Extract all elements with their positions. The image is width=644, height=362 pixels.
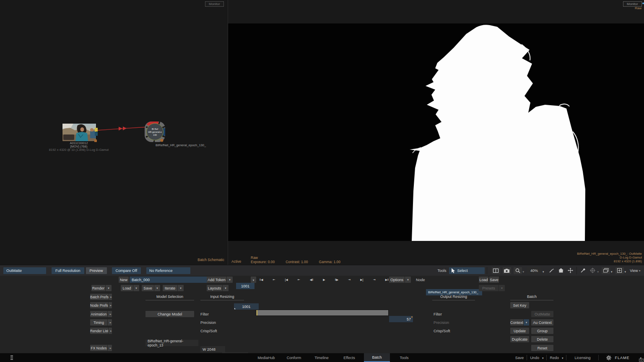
sidebar-item-fx-nodes[interactable]: FX Nodes xyxy=(90,345,112,351)
play-forward-button[interactable]: ‖▶ xyxy=(335,278,338,282)
snapshot-button[interactable] xyxy=(503,267,511,274)
prev-segment-button[interactable]: [◀ xyxy=(285,278,288,282)
input-width-field[interactable]: W 2048 xyxy=(200,346,225,352)
home-view-button[interactable] xyxy=(557,267,565,274)
tab-mediahub[interactable]: MediaHub xyxy=(254,353,278,362)
timeline-slider[interactable] xyxy=(256,310,389,316)
split-view-button[interactable] xyxy=(492,267,500,274)
add-token-button[interactable]: Add Token xyxy=(207,277,233,283)
birefnet-node[interactable]: BI Ref HR-general-e 130 xyxy=(145,121,166,143)
tab-tools[interactable]: Tools xyxy=(395,353,413,362)
redo-dropdown[interactable] xyxy=(562,356,564,360)
clip-node[interactable] xyxy=(62,123,96,142)
clip-output-socket-yellow[interactable] xyxy=(95,128,98,132)
viewer-panel[interactable]: Monitor Raw Active Raw Exposure: 0.00 Co… xyxy=(228,0,644,265)
presets-button[interactable]: Presets xyxy=(479,285,505,291)
tab-timeline[interactable]: Timeline xyxy=(311,353,332,362)
next-segment-button[interactable]: ▶] xyxy=(360,278,363,282)
duplicate-button[interactable]: Duplicate xyxy=(510,336,529,342)
tab-effects[interactable]: Effects xyxy=(340,353,359,362)
next-frame-jump-button[interactable]: ⇥ xyxy=(348,278,351,282)
render-dropdown[interactable] xyxy=(105,285,112,291)
tab-conform[interactable]: Conform xyxy=(283,353,304,362)
select-tool-button[interactable]: Select xyxy=(449,267,485,274)
animation-expand[interactable] xyxy=(107,311,112,317)
zoom-level-field[interactable]: 40% xyxy=(527,267,541,274)
model-name-field[interactable]: BiRefNet_HR-general-epoch_13 xyxy=(145,340,198,346)
options-button[interactable]: Options xyxy=(389,277,411,283)
next-keyframe-button[interactable]: ⇥ xyxy=(373,278,376,282)
sidebar-item-animation[interactable]: Animation xyxy=(90,311,112,317)
zoom-tool-dropdown[interactable] xyxy=(523,267,525,274)
timeline-start-field[interactable]: 1001 xyxy=(234,303,259,310)
goto-start-button[interactable]: ‖◀ xyxy=(260,278,263,282)
layouts-dropdown[interactable] xyxy=(222,285,229,291)
viewer-image[interactable] xyxy=(228,23,644,241)
layering-order-icon[interactable] xyxy=(10,355,13,360)
add-view-dropdown[interactable] xyxy=(625,267,626,274)
batch-prefs-expand[interactable] xyxy=(109,294,112,300)
undo-dropdown[interactable] xyxy=(542,356,544,360)
view-menu-button[interactable]: View xyxy=(630,269,641,273)
sidebar-item-render-list[interactable]: Render List xyxy=(90,328,112,334)
timeline-playhead[interactable] xyxy=(257,310,257,315)
sidebar-item-batch-prefs[interactable]: Batch Prefs xyxy=(90,294,112,300)
group-button[interactable]: Group xyxy=(531,328,553,334)
au-context-button[interactable]: Au Context xyxy=(531,319,553,326)
layout-views-button[interactable] xyxy=(602,267,610,274)
keyboard-icon[interactable] xyxy=(639,359,644,362)
play-reverse-button[interactable]: ◀‖ xyxy=(310,278,313,282)
layouts-button[interactable]: Layouts xyxy=(207,285,229,291)
full-resolution-button[interactable]: Full Resolution xyxy=(52,267,84,274)
goto-end-button[interactable]: ▶‖ xyxy=(385,278,389,282)
frame-dropdown[interactable] xyxy=(251,277,256,283)
add-token-dropdown[interactable] xyxy=(226,277,233,283)
render-list-expand[interactable] xyxy=(108,328,112,334)
batch-name-field[interactable]: Batch_000 xyxy=(130,277,208,283)
preview-button[interactable]: Preview xyxy=(86,267,107,274)
node-prefs-expand[interactable] xyxy=(108,302,112,308)
fx-nodes-expand[interactable] xyxy=(107,345,112,351)
outmatte-toggle-button[interactable]: OutMatte xyxy=(531,311,553,317)
presets-dropdown[interactable] xyxy=(499,285,505,291)
pan-button[interactable] xyxy=(567,267,574,274)
options-dropdown[interactable] xyxy=(405,277,411,283)
batch-schematic-panel[interactable]: Monitor xyxy=(0,0,228,265)
zoom-level-dropdown[interactable] xyxy=(543,267,544,274)
layout-views-dropdown[interactable] xyxy=(611,267,613,274)
licensing-button[interactable]: Licensing xyxy=(569,356,595,360)
prev-keyframe-button[interactable]: ⇤ xyxy=(273,278,275,282)
zoom-tool-button[interactable] xyxy=(514,267,522,274)
undo-button[interactable]: Undo xyxy=(530,356,539,360)
node-save-button[interactable]: Save xyxy=(489,277,499,283)
crosshair-button[interactable] xyxy=(589,267,597,274)
update-button[interactable]: Update xyxy=(510,328,529,334)
timeline-duration-field[interactable]: 57 xyxy=(389,316,413,322)
crosshair-dropdown[interactable] xyxy=(597,267,599,274)
prev-frame-jump-button[interactable]: ⇤ xyxy=(298,278,300,282)
iterate-dropdown[interactable] xyxy=(177,285,184,291)
redo-button[interactable]: Redo xyxy=(550,356,559,360)
setup-save-dropdown[interactable] xyxy=(154,285,160,291)
add-view-button[interactable] xyxy=(615,267,624,274)
sidebar-item-node-prefs[interactable]: Node Prefs xyxy=(90,302,112,308)
set-key-button[interactable]: Set Key xyxy=(510,302,529,308)
play-button[interactable]: ▶ xyxy=(323,278,325,282)
setup-save-button[interactable]: Save xyxy=(142,285,160,291)
tab-batch[interactable]: Batch xyxy=(364,353,390,362)
node-load-button[interactable]: Load xyxy=(479,277,488,283)
current-frame-field[interactable]: 1001 xyxy=(236,283,254,289)
context-button[interactable]: Context xyxy=(510,319,529,326)
setup-load-button[interactable]: Load xyxy=(121,285,139,291)
render-button[interactable]: Render xyxy=(91,285,112,291)
setup-load-dropdown[interactable] xyxy=(133,285,139,291)
reset-button[interactable]: Reset xyxy=(531,345,553,351)
view-mode-outmatte-button[interactable]: OutMatte xyxy=(3,267,46,274)
sidebar-item-timing[interactable]: Timing xyxy=(90,319,112,326)
save-menu-button[interactable]: Save xyxy=(515,356,524,360)
new-batch-button[interactable]: New xyxy=(119,277,129,283)
delete-button[interactable]: Delete xyxy=(531,336,553,342)
iterate-button[interactable]: Iterate xyxy=(163,285,184,291)
clip-output-socket-blue[interactable] xyxy=(95,132,98,136)
context-dropdown[interactable] xyxy=(523,319,529,326)
